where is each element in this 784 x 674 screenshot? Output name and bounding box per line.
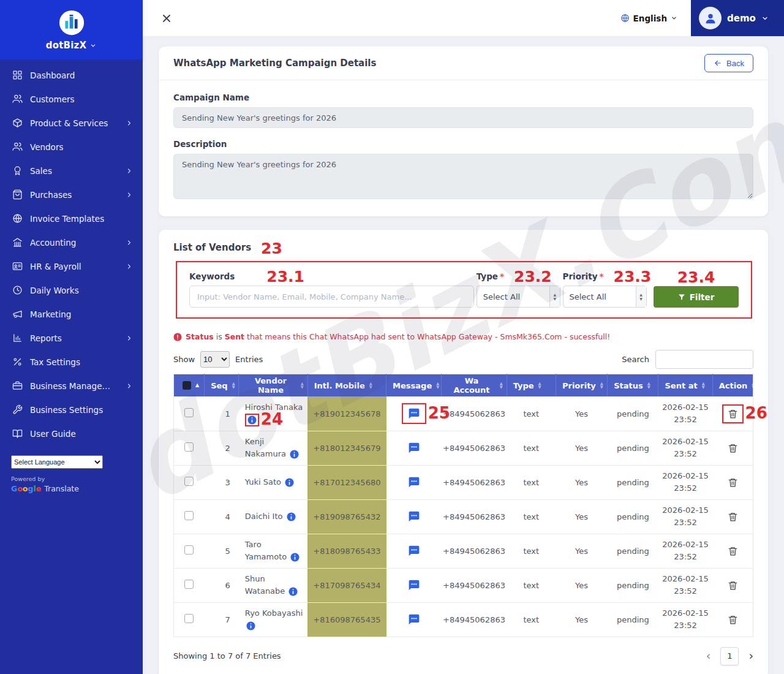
table-row: 1 Hiroshi Tanaka 24 +819012345678 25 +84… <box>174 396 753 431</box>
column-header-vendor-name[interactable]: Vendor Name▲▼ <box>239 374 307 396</box>
close-button[interactable] <box>159 10 175 26</box>
message-icon[interactable] <box>408 579 420 591</box>
delete-icon[interactable] <box>728 443 738 453</box>
funnel-icon <box>678 293 685 301</box>
table-row: 5 Taro Yamamoto +818098765433 +849450628… <box>174 534 753 568</box>
page-size-select[interactable]: 10 <box>200 351 230 368</box>
campaign-name-input[interactable] <box>173 107 753 128</box>
user-menu[interactable]: demo <box>691 0 784 36</box>
sidebar-item-accounting[interactable]: Accounting <box>0 230 143 254</box>
annotation-23: 23 <box>261 241 282 256</box>
business-management-icon <box>12 381 23 391</box>
delete-icon[interactable] <box>728 409 738 419</box>
intl-mobile: +819098765432 <box>307 499 386 534</box>
row-checkbox[interactable] <box>184 545 194 555</box>
intl-mobile: +819012345678 <box>307 396 386 431</box>
delete-icon[interactable] <box>728 512 738 522</box>
row-checkbox[interactable] <box>184 580 194 589</box>
user-icon <box>704 12 717 25</box>
column-header-intl-mobile[interactable]: Intl. Mobile▲▼ <box>307 374 386 396</box>
info-icon[interactable] <box>290 553 300 562</box>
sidebar-item-customers[interactable]: Customers <box>0 87 143 111</box>
message-icon[interactable] <box>408 442 420 454</box>
row-checkbox[interactable] <box>184 408 194 417</box>
keywords-input[interactable] <box>189 286 474 308</box>
brand[interactable]: dotBizX <box>0 0 143 59</box>
column-header-type[interactable]: Type▲▼ <box>507 374 556 396</box>
column-header-seq[interactable]: Seq▲▼ <box>205 374 239 396</box>
delete-icon[interactable] <box>728 615 738 625</box>
accounting-icon <box>12 237 23 248</box>
delete-icon[interactable] <box>728 580 738 591</box>
info-icon[interactable] <box>290 450 299 459</box>
priority-select[interactable]: Select All ▲▼ <box>563 286 647 308</box>
pagination-prev[interactable]: ‹ <box>706 650 711 662</box>
column-header-status[interactable]: Status▲▼ <box>608 374 658 396</box>
row-checkbox[interactable] <box>184 614 194 623</box>
type-value: text <box>507 396 556 431</box>
message-icon[interactable] <box>408 545 420 557</box>
sidebar-item-sales[interactable]: Sales <box>0 159 143 183</box>
chevron-right-icon <box>126 335 133 342</box>
column-header-wa-account[interactable]: Wa Account▲▼ <box>442 374 507 396</box>
sidebar-item-daily-works[interactable]: Daily Works <box>0 278 143 302</box>
message-icon[interactable] <box>408 613 420 626</box>
type-value: text <box>507 499 556 534</box>
column-header-priority[interactable]: Priority▲▼ <box>556 374 607 396</box>
info-icon[interactable] <box>247 415 257 425</box>
message-icon[interactable] <box>408 476 420 488</box>
annotation-23.1: 23.1 <box>266 269 304 284</box>
brand-logo-icon <box>58 9 86 37</box>
vendor-name: Kenji Nakamura <box>245 437 288 458</box>
row-checkbox[interactable] <box>184 442 194 452</box>
chevron-right-icon <box>126 382 133 390</box>
info-icon[interactable] <box>287 512 296 521</box>
delete-icon[interactable] <box>728 546 738 556</box>
column-header-action[interactable]: Action▲▼ <box>712 374 753 396</box>
seq-value: 6 <box>225 581 230 590</box>
sidebar-item-dashboard[interactable]: Dashboard <box>0 63 143 87</box>
sidebar-item-tax-settings[interactable]: Tax Settings <box>0 350 143 374</box>
language-select[interactable]: Select Language <box>11 455 103 469</box>
column-header-message[interactable]: Message▲▼ <box>386 374 442 396</box>
info-icon[interactable] <box>285 478 294 487</box>
message-icon[interactable] <box>408 407 420 420</box>
sidebar-item-product-services[interactable]: Product & Services <box>0 111 143 135</box>
sidebar-item-label: Accounting <box>30 238 76 248</box>
pagination-page-1[interactable]: 1 <box>720 647 739 665</box>
google-translate-link[interactable]: GoogleTranslate <box>11 484 132 493</box>
sidebar-item-vendors[interactable]: Vendors <box>0 135 143 159</box>
type-select[interactable]: Select All ▲▼ <box>477 286 560 308</box>
alert-icon <box>173 333 182 341</box>
vendors-icon <box>12 142 23 152</box>
show-label: Show <box>173 355 195 364</box>
sidebar-item-invoice-templates[interactable]: Invoice Templates <box>0 206 143 230</box>
sidebar: dotBizX Dashboard Customers Product & Se… <box>0 0 143 674</box>
column-header-select[interactable]: ▲ <box>174 374 205 396</box>
row-checkbox[interactable] <box>184 477 194 486</box>
sidebar-item-reports[interactable]: Reports <box>0 326 143 350</box>
sidebar-item-business-settings[interactable]: Business Settings <box>0 398 143 422</box>
sidebar-item-marketing[interactable]: Marketing <box>0 302 143 326</box>
row-checkbox[interactable] <box>184 511 194 520</box>
description-textarea[interactable]: Sending New Year's greetings for 2026 <box>173 154 753 199</box>
type-value: text <box>507 431 556 465</box>
info-icon[interactable] <box>246 621 255 630</box>
sidebar-item-label: HR & Payroll <box>30 262 81 271</box>
delete-icon[interactable] <box>728 477 738 488</box>
sidebar-item-business-management[interactable]: Business Management <box>0 374 143 398</box>
sidebar-item-hr-payroll[interactable]: HR & Payroll <box>0 254 143 278</box>
column-header-sent-at[interactable]: Sent at▲▼ <box>658 374 712 396</box>
info-icon[interactable] <box>288 587 298 596</box>
priority-value: Yes <box>556 499 607 534</box>
language-menu[interactable]: English <box>620 13 677 23</box>
sidebar-item-user-guide[interactable]: User Guide <box>0 422 143 445</box>
search-input[interactable] <box>655 350 753 369</box>
globe-icon <box>620 13 630 23</box>
filter-button[interactable]: Filter <box>654 286 739 308</box>
pagination-next[interactable]: › <box>748 650 753 662</box>
back-button[interactable]: Back <box>704 54 753 72</box>
select-all-checkbox[interactable] <box>183 381 191 390</box>
sidebar-item-purchases[interactable]: Purchases <box>0 183 143 206</box>
message-icon[interactable] <box>408 510 420 523</box>
